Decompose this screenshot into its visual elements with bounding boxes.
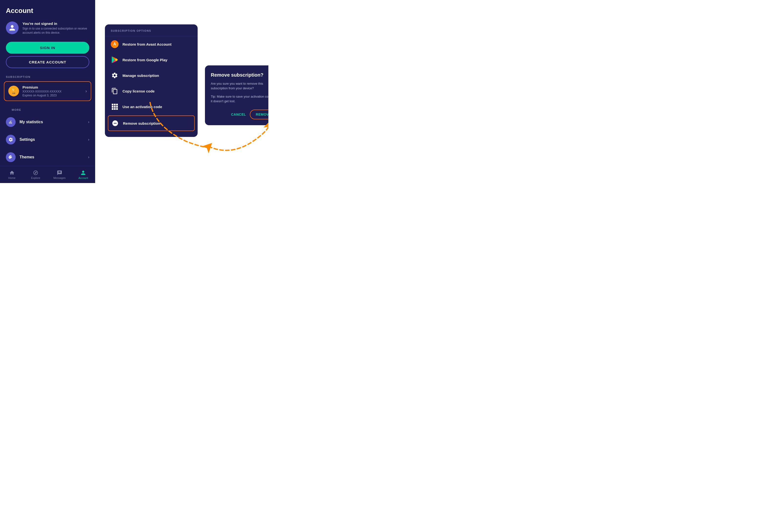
menu-item-statistics[interactable]: My statistics › [6, 113, 89, 131]
minus-circle-icon [111, 119, 119, 127]
left-panel: Account You're not signed in Sign in to … [0, 0, 95, 183]
subscription-chevron: › [85, 89, 87, 94]
page-title: Account [0, 0, 95, 18]
nav-account-label: Account [78, 177, 88, 179]
cancel-button[interactable]: CANCEL [231, 112, 246, 116]
premium-icon: 🏆 [8, 86, 19, 96]
statistics-chevron: › [88, 120, 89, 124]
activation-code-label: Use an activation code [123, 105, 162, 109]
profile-description: Sign in to use a connected subscription … [22, 27, 89, 35]
manage-icon [111, 71, 118, 79]
bar-chart-icon [8, 119, 13, 125]
confirm-title: Remove subscription? [211, 72, 269, 78]
nav-messages-label: Messages [53, 177, 66, 179]
more-section: MORE My statistics › Settings › [0, 102, 95, 168]
gear-icon [8, 137, 13, 142]
palette-icon [8, 155, 13, 160]
themes-icon-bg [6, 152, 16, 162]
subscription-label: SUBSCRIPTION [0, 73, 95, 80]
grid-icon [111, 103, 118, 110]
popup-item-restore-google[interactable]: Restore from Google Play [105, 52, 198, 67]
messages-icon [57, 170, 62, 176]
profile-section: You're not signed in Sign in to use a co… [0, 18, 95, 38]
statistics-label: My statistics [19, 120, 84, 124]
confirm-dialog: Remove subscription? Are you sure you wa… [205, 65, 269, 125]
license-code: XXXXXX-XXXXXXX-XXXXXX [22, 90, 82, 93]
confirm-description: Are you sure you want to remove this sub… [211, 81, 269, 91]
settings-icon-bg [6, 135, 16, 144]
bottom-navigation: Home Explore Messages Account [0, 166, 95, 183]
user-icon [9, 25, 16, 31]
plan-name: Premium [22, 85, 82, 89]
popup-item-activation-code[interactable]: Use an activation code [105, 99, 198, 114]
more-label: MORE [6, 106, 89, 113]
explore-icon [33, 170, 38, 176]
popup-item-remove-subscription[interactable]: Remove subscription [108, 115, 195, 131]
create-account-button[interactable]: CREATE ACCOUNT [6, 56, 89, 68]
manage-label: Manage subscription [123, 74, 159, 78]
popup-item-copy-license[interactable]: Copy license code [105, 83, 198, 99]
settings-chevron: › [88, 137, 89, 142]
nav-home[interactable]: Home [0, 166, 24, 183]
home-icon [9, 170, 15, 176]
themes-chevron: › [88, 155, 89, 159]
nav-explore[interactable]: Explore [24, 166, 48, 183]
popup-item-restore-avast[interactable]: A Restore from Avast Account [105, 36, 198, 52]
profile-text: You're not signed in Sign in to use a co… [22, 21, 89, 35]
profile-not-signed-in: You're not signed in [22, 21, 89, 26]
nav-explore-label: Explore [31, 177, 40, 179]
menu-item-themes[interactable]: Themes › [6, 148, 89, 166]
popup-item-manage[interactable]: Manage subscription [105, 67, 198, 83]
subscription-card[interactable]: 🏆 Premium XXXXXX-XXXXXXX-XXXXXX Expires … [4, 81, 91, 101]
nav-home-label: Home [8, 177, 15, 179]
account-icon [81, 170, 86, 176]
avatar [6, 21, 18, 34]
copy-license-label: Copy license code [123, 89, 155, 93]
right-area: SUBSCRIPTION OPTIONS A Restore from Avas… [95, 0, 269, 183]
subscription-info: Premium XXXXXX-XXXXXXX-XXXXXX Expires on… [22, 85, 82, 97]
subscription-popup: SUBSCRIPTION OPTIONS A Restore from Avas… [105, 25, 198, 137]
confirm-tip: Tip: Make sure to save your activation c… [211, 94, 269, 104]
remove-button[interactable]: REMOVE [250, 109, 269, 119]
themes-label: Themes [19, 155, 84, 159]
restore-google-label: Restore from Google Play [123, 58, 167, 62]
confirm-actions: CANCEL REMOVE [211, 109, 269, 119]
statistics-icon-bg [6, 117, 16, 127]
settings-label: Settings [19, 137, 84, 142]
restore-avast-label: Restore from Avast Account [123, 42, 172, 46]
avast-icon: A [111, 40, 118, 48]
menu-item-settings[interactable]: Settings › [6, 131, 89, 148]
nav-messages[interactable]: Messages [48, 166, 71, 183]
copy-icon [111, 87, 118, 95]
remove-subscription-label: Remove subscription [123, 121, 160, 126]
google-play-icon [111, 56, 118, 64]
nav-account[interactable]: Account [71, 166, 95, 183]
popup-header: SUBSCRIPTION OPTIONS [105, 29, 198, 36]
expiry-date: Expires on August 3, 2023 [22, 94, 82, 97]
sign-in-button[interactable]: SIGN IN [6, 42, 89, 54]
